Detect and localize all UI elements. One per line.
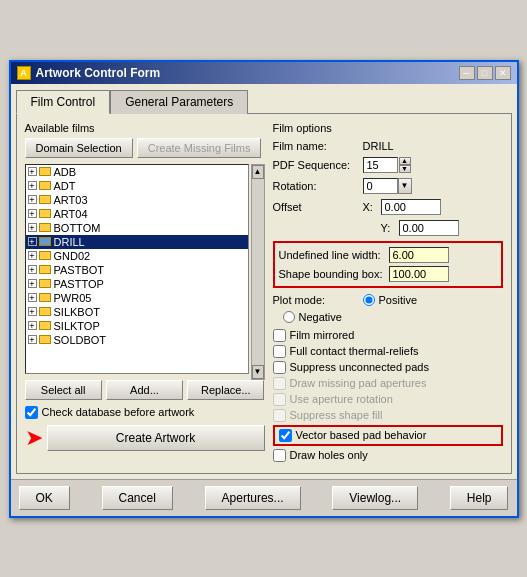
left-panel: Available films Domain Selection Create …	[25, 122, 265, 465]
folder-icon	[39, 195, 51, 204]
expand-icon: +	[28, 307, 37, 316]
scroll-up-arrow[interactable]: ▲	[252, 165, 264, 179]
ok-button[interactable]: OK	[19, 486, 70, 510]
footer: OK Cancel Apertures... Viewlog... Help	[11, 479, 517, 516]
pdf-sequence-input[interactable]	[363, 157, 398, 173]
rotation-dropdown[interactable]: ▼	[363, 178, 412, 194]
negative-radio-row: Negative	[283, 311, 503, 323]
list-item[interactable]: + ADB	[26, 165, 248, 179]
film-mirrored-label: Film mirrored	[290, 329, 355, 341]
list-action-buttons: Select all Add... Replace...	[25, 380, 265, 400]
window-content: Film Control General Parameters Availabl…	[11, 84, 517, 479]
positive-radio[interactable]	[363, 294, 375, 306]
folder-icon	[39, 265, 51, 274]
list-item[interactable]: + PASTBOT	[26, 263, 248, 277]
add-button[interactable]: Add...	[106, 380, 183, 400]
title-buttons: ─ □ ✕	[459, 66, 511, 80]
domain-selection-button[interactable]: Domain Selection	[25, 138, 133, 158]
highlight-box: Undefined line width: Shape bounding box…	[273, 241, 503, 288]
close-button[interactable]: ✕	[495, 66, 511, 80]
create-artwork-button[interactable]: Create Artwork	[47, 425, 265, 451]
offset-x-input[interactable]	[381, 199, 441, 215]
check-database-row: Check database before artwork	[25, 406, 265, 419]
expand-icon: +	[28, 279, 37, 288]
minimize-button[interactable]: ─	[459, 66, 475, 80]
draw-holes-checkbox[interactable]	[273, 449, 286, 462]
help-button[interactable]: Help	[450, 486, 509, 510]
vector-based-checkbox[interactable]	[279, 429, 292, 442]
suppress-unconnected-checkbox[interactable]	[273, 361, 286, 374]
suppress-unconnected-label: Suppress unconnected pads	[290, 361, 429, 373]
spin-down-arrow[interactable]: ▼	[399, 165, 411, 173]
film-name-label: Film name:	[273, 140, 363, 152]
list-item[interactable]: + BOTTOM	[26, 221, 248, 235]
folder-icon	[39, 181, 51, 190]
maximize-button[interactable]: □	[477, 66, 493, 80]
shape-bounding-box-input[interactable]	[389, 266, 449, 282]
folder-icon-selected	[39, 237, 51, 246]
expand-icon: +	[28, 293, 37, 302]
positive-radio-row: Positive	[363, 294, 418, 306]
checkboxes-section: Film mirrored Full contact thermal-relie…	[273, 329, 503, 462]
list-item[interactable]: + ART04	[26, 207, 248, 221]
cancel-button[interactable]: Cancel	[102, 486, 173, 510]
film-options-label: Film options	[273, 122, 503, 134]
title-bar: A Artwork Control Form ─ □ ✕	[11, 62, 517, 84]
use-aperture-label: Use aperture rotation	[290, 393, 393, 405]
select-all-button[interactable]: Select all	[25, 380, 102, 400]
viewlog-button[interactable]: Viewlog...	[332, 486, 418, 510]
list-item[interactable]: + SOLDBOT	[26, 333, 248, 347]
folder-icon	[39, 321, 51, 330]
draw-holes-row: Draw holes only	[273, 449, 503, 462]
negative-radio[interactable]	[283, 311, 295, 323]
list-item[interactable]: + GND02	[26, 249, 248, 263]
full-contact-checkbox[interactable]	[273, 345, 286, 358]
pdf-sequence-spinbox[interactable]: ▲ ▼	[363, 157, 411, 173]
list-item[interactable]: + ADT	[26, 179, 248, 193]
right-panel: Film options Film name: DRILL PDF Sequen…	[273, 122, 503, 465]
film-list[interactable]: + ADB + ADT + ART03	[25, 164, 249, 374]
plot-mode-row: Plot mode: Positive	[273, 294, 503, 306]
window-title: Artwork Control Form	[36, 66, 161, 80]
list-item[interactable]: + ART03	[26, 193, 248, 207]
film-mirrored-row: Film mirrored	[273, 329, 503, 342]
main-window: A Artwork Control Form ─ □ ✕ Film Contro…	[9, 60, 519, 518]
draw-holes-label: Draw holes only	[290, 449, 368, 461]
create-missing-films-button[interactable]: Create Missing Films	[137, 138, 262, 158]
film-mirrored-checkbox[interactable]	[273, 329, 286, 342]
expand-icon: +	[28, 321, 37, 330]
rotation-input[interactable]	[363, 178, 398, 194]
list-item-selected[interactable]: + DRILL	[26, 235, 248, 249]
vector-based-highlight-box: Vector based pad behavior	[273, 425, 503, 446]
tab-content: Available films Domain Selection Create …	[16, 113, 512, 474]
replace-button[interactable]: Replace...	[187, 380, 264, 400]
spin-up-arrow[interactable]: ▲	[399, 157, 411, 165]
list-item[interactable]: + PASTTOP	[26, 277, 248, 291]
apertures-button[interactable]: Apertures...	[205, 486, 301, 510]
undefined-line-width-input[interactable]	[389, 247, 449, 263]
offset-y-row: Y:	[273, 220, 503, 236]
draw-missing-checkbox[interactable]	[273, 377, 286, 390]
check-database-checkbox[interactable]	[25, 406, 38, 419]
suppress-shape-label: Suppress shape fill	[290, 409, 383, 421]
expand-icon: +	[28, 251, 37, 260]
list-item[interactable]: + SILKBOT	[26, 305, 248, 319]
scroll-down-arrow[interactable]: ▼	[252, 365, 264, 379]
use-aperture-checkbox[interactable]	[273, 393, 286, 406]
film-list-scrollbar[interactable]: ▲ ▼	[251, 164, 265, 380]
film-name-row: Film name: DRILL	[273, 140, 503, 152]
tab-film-control[interactable]: Film Control	[16, 90, 111, 114]
rotation-dropdown-arrow[interactable]: ▼	[398, 178, 412, 194]
offset-y-input[interactable]	[399, 220, 459, 236]
folder-icon	[39, 279, 51, 288]
list-item[interactable]: + PWR05	[26, 291, 248, 305]
full-contact-row: Full contact thermal-reliefs	[273, 345, 503, 358]
expand-icon: +	[28, 265, 37, 274]
suppress-shape-checkbox[interactable]	[273, 409, 286, 422]
offset-y-label: Y:	[381, 222, 399, 234]
film-name-value: DRILL	[363, 140, 394, 152]
expand-icon: +	[28, 181, 37, 190]
tab-general-parameters[interactable]: General Parameters	[110, 90, 248, 114]
available-films-label: Available films	[25, 122, 265, 134]
list-item[interactable]: + SILKTOP	[26, 319, 248, 333]
